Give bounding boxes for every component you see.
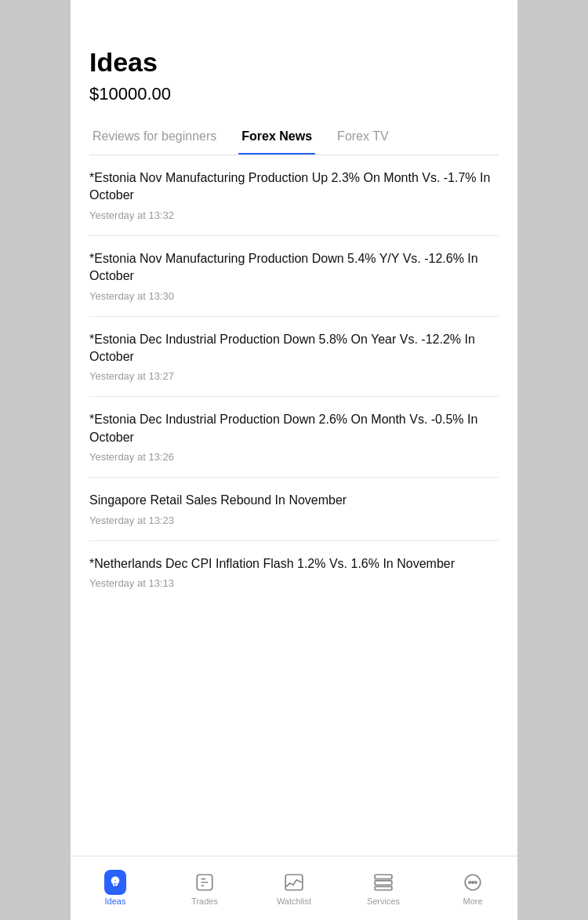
- svg-rect-1: [285, 875, 303, 890]
- news-title: *Netherlands Dec CPI Inflation Flash 1.2…: [89, 555, 499, 573]
- svg-point-6: [469, 881, 470, 882]
- svg-rect-2: [375, 875, 392, 878]
- more-icon: [462, 871, 484, 893]
- watchlist-icon: [283, 871, 305, 893]
- ideas-icon: [104, 871, 126, 893]
- nav-item-trades[interactable]: Trades: [160, 856, 249, 920]
- trades-icon: [194, 871, 216, 893]
- news-item[interactable]: *Netherlands Dec CPI Inflation Flash 1.2…: [89, 541, 499, 603]
- bottom-nav: Ideas Trades Watchlist: [71, 856, 517, 920]
- news-title: *Estonia Nov Manufacturing Production Do…: [89, 250, 499, 285]
- nav-label-ideas: Ideas: [105, 896, 126, 906]
- news-title: *Estonia Nov Manufacturing Production Up…: [89, 169, 499, 205]
- nav-item-services[interactable]: Services: [339, 856, 428, 920]
- svg-point-8: [475, 881, 477, 882]
- nav-item-ideas[interactable]: Ideas: [71, 856, 160, 920]
- nav-item-more[interactable]: More: [428, 856, 517, 920]
- news-item[interactable]: *Estonia Nov Manufacturing Production Do…: [89, 236, 499, 317]
- news-item[interactable]: *Estonia Dec Industrial Production Down …: [89, 317, 499, 398]
- balance-display: $10000.00: [89, 84, 499, 104]
- tab-reviews[interactable]: Reviews for beginners: [89, 123, 220, 155]
- news-title: *Estonia Dec Industrial Production Down …: [89, 411, 499, 446]
- news-title: *Estonia Dec Industrial Production Down …: [89, 331, 499, 366]
- nav-label-watchlist: Watchlist: [277, 896, 311, 906]
- news-time: Yesterday at 13:30: [89, 290, 499, 302]
- nav-item-watchlist[interactable]: Watchlist: [249, 856, 339, 920]
- services-icon: [372, 871, 394, 893]
- svg-rect-4: [375, 886, 392, 889]
- svg-point-7: [472, 881, 474, 882]
- news-time: Yesterday at 13:13: [89, 577, 499, 589]
- news-item[interactable]: Singapore Retail Sales Rebound In Novemb…: [89, 478, 499, 540]
- tab-forex-news[interactable]: Forex News: [238, 123, 315, 155]
- news-time: Yesterday at 13:27: [89, 370, 499, 382]
- page-title: Ideas: [89, 47, 499, 78]
- news-time: Yesterday at 13:32: [89, 209, 499, 221]
- phone-container: Ideas $10000.00 Reviews for beginners Fo…: [71, 0, 517, 920]
- news-time: Yesterday at 13:26: [89, 451, 499, 463]
- news-list: *Estonia Nov Manufacturing Production Up…: [89, 155, 499, 603]
- nav-label-trades: Trades: [191, 896, 218, 906]
- news-item[interactable]: *Estonia Nov Manufacturing Production Up…: [89, 155, 499, 236]
- main-content: Ideas $10000.00 Reviews for beginners Fo…: [71, 0, 517, 856]
- tabs-container: Reviews for beginners Forex News Forex T…: [89, 123, 499, 155]
- news-time: Yesterday at 13:23: [89, 515, 499, 526]
- tab-forex-tv[interactable]: Forex TV: [334, 123, 392, 155]
- nav-label-more: More: [463, 896, 482, 906]
- nav-label-services: Services: [367, 896, 400, 906]
- news-title: Singapore Retail Sales Rebound In Novemb…: [89, 492, 499, 509]
- news-item[interactable]: *Estonia Dec Industrial Production Down …: [89, 397, 499, 478]
- svg-rect-3: [375, 880, 392, 884]
